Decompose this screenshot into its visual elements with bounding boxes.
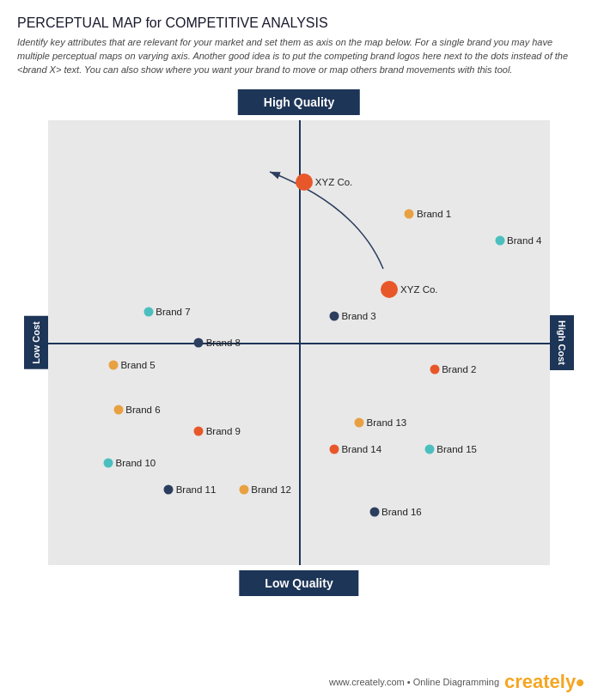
brand-dot-brand7 [143,307,153,316]
creately-logo-dot: • [576,669,584,696]
title-bold: PERCEPTUAL MAP [17,15,142,30]
brand-dot-brand5 [108,360,118,369]
brand-label-brand14: Brand 14 [341,444,381,454]
brand-dot-xyz2 [381,281,398,298]
brand-dot-brand2 [430,364,439,374]
brand-label-brand8: Brand 8 [206,338,241,348]
creately-logo: creately• [504,671,584,693]
brand-dot-brand15 [424,445,434,454]
axis-label-bottom: Low Quality [239,570,358,596]
page-title: PERCEPTUAL MAP for COMPETITIVE ANALYSIS [17,15,581,31]
axis-label-top: High Quality [238,89,360,115]
axis-label-right: High Cost [550,315,574,370]
brand-label-brand13: Brand 13 [367,417,407,428]
description-text: Identify key attributes that are relevan… [17,36,581,77]
footer-tagline: • Online Diagramming [407,677,499,687]
brand-label-brand9: Brand 9 [206,426,241,436]
chart-area: High Quality Low Quality Low Cost High C… [24,89,574,596]
brand-dot-brand8 [194,338,204,347]
title-normal: for COMPETITIVE ANALYSIS [142,15,328,30]
axis-label-left: Low Cost [24,316,48,369]
page: PERCEPTUAL MAP for COMPETITIVE ANALYSIS … [0,0,598,700]
brand-dot-brand4 [495,235,504,245]
brand-dot-brand12 [239,484,248,494]
brand-label-brand4: Brand 4 [507,235,541,246]
brand-dot-brand1 [405,209,414,218]
footer: www.creately.com • Online Diagramming cr… [329,671,584,693]
brand-label-xyz1: XYZ Co. [315,177,352,187]
brand-dot-brand13 [355,418,364,428]
brand-label-brand6: Brand 6 [125,405,160,415]
brand-label-brand3: Brand 3 [341,311,375,321]
brand-label-brand1: Brand 1 [417,209,451,219]
brand-label-brand7: Brand 7 [156,307,190,317]
brand-dot-brand11 [164,484,174,494]
brand-label-brand12: Brand 12 [251,484,291,495]
brand-dot-brand10 [104,458,113,467]
brand-label-brand5: Brand 5 [120,360,155,370]
footer-text: www.creately.com • Online Diagramming [329,677,499,687]
brand-dot-brand6 [113,405,123,414]
creately-logo-text: creately [504,671,576,692]
brand-label-xyz2: XYZ Co. [400,284,437,295]
brand-label-brand11: Brand 11 [176,484,217,495]
footer-site: www.creately.com [329,677,405,687]
brand-dot-brand3 [329,311,339,320]
brand-dot-brand9 [194,427,204,436]
brand-label-brand16: Brand 16 [381,507,422,517]
brand-dot-xyz1 [296,173,313,191]
chart-grid: XYZ Co.Brand 1Brand 4XYZ Co.Brand 3Brand… [48,120,550,565]
brand-dot-brand16 [369,507,379,516]
brand-label-brand15: Brand 15 [436,444,477,454]
brand-label-brand10: Brand 10 [116,458,156,468]
brand-label-brand2: Brand 2 [442,364,476,374]
brand-dot-brand14 [329,445,339,454]
